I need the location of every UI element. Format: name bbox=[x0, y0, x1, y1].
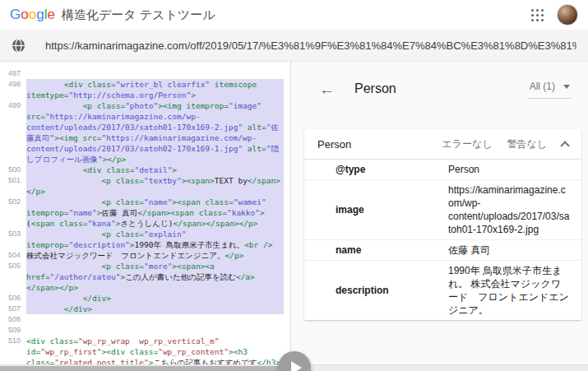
property-key: name bbox=[304, 244, 448, 256]
property-value: 佐藤 真司 bbox=[448, 243, 581, 257]
line-number: 510 bbox=[0, 336, 26, 364]
line-number: 498 bbox=[0, 79, 26, 100]
code-text: <div class="writer_bl clearfix" itemscop… bbox=[26, 79, 284, 100]
code-text: <p class="photo"><img itemprop="image" s… bbox=[26, 100, 284, 165]
line-number: 505 bbox=[0, 261, 26, 293]
code-text: <p class="textby"><span>TEXT by</span></… bbox=[26, 175, 284, 197]
code-line: 499 <p class="photo"><img itemprop="imag… bbox=[0, 100, 284, 165]
property-key: @type bbox=[304, 164, 448, 175]
avatar[interactable] bbox=[557, 4, 578, 26]
person-card: Person エラーなし 警告なし @typePersonimagehttps:… bbox=[304, 129, 581, 320]
google-logo: Google bbox=[10, 7, 55, 23]
h-scrollbar-thumb[interactable] bbox=[0, 366, 296, 371]
code-text bbox=[26, 314, 284, 325]
line-number: 502 bbox=[0, 197, 26, 229]
line-number: 501 bbox=[0, 175, 26, 197]
code-text bbox=[26, 68, 284, 79]
property-value: https://kaminarimagazine.com/wp-content/… bbox=[448, 183, 581, 236]
property-key: image bbox=[304, 204, 448, 216]
main-content: 497498 <div class="writer_bl clearfix" i… bbox=[0, 62, 588, 364]
result-title: Person bbox=[354, 81, 528, 96]
code-text: <p class="explain" itemprop="description… bbox=[26, 229, 284, 250]
code-line: 505 <p class="more"><span><a href="/auth… bbox=[0, 261, 284, 293]
code-text: <div class="wp_rp_wrap wp_rp_vertical_m"… bbox=[26, 336, 284, 364]
line-number: 508 bbox=[0, 314, 26, 325]
property-value: Person bbox=[448, 163, 581, 176]
line-number: 503 bbox=[0, 229, 26, 250]
property-row[interactable]: name佐藤 真司 bbox=[304, 240, 581, 261]
code-text: </div> bbox=[26, 304, 284, 314]
property-row[interactable]: imagehttps://kaminarimagazine.com/wp-con… bbox=[304, 180, 581, 240]
code-line: 506 </div> bbox=[0, 293, 284, 304]
line-number: 504 bbox=[0, 250, 26, 261]
code-text: <div class="detail"> bbox=[26, 165, 284, 175]
code-line: 504株式会社マジックワード フロントエンドエンジニア。</p> bbox=[0, 250, 284, 261]
code-text bbox=[26, 325, 284, 336]
globe-icon bbox=[12, 39, 25, 53]
code-panel: 497498 <div class="writer_bl clearfix" i… bbox=[0, 62, 290, 364]
caret-down-icon bbox=[563, 85, 570, 89]
line-number: 497 bbox=[0, 68, 26, 79]
property-table: @typePersonimagehttps://kaminarimagazine… bbox=[304, 160, 581, 320]
code-line: 497 bbox=[0, 68, 284, 79]
play-icon bbox=[291, 361, 302, 371]
code-line: 509 bbox=[0, 325, 284, 336]
type-filter-dropdown[interactable]: All (1) bbox=[528, 79, 572, 99]
collapse-chevron-icon[interactable] bbox=[560, 141, 569, 150]
code-line: 502 <p class="name"><span class="wamei" … bbox=[0, 197, 284, 229]
code-text: <p class="name"><span class="wamei" item… bbox=[26, 197, 284, 229]
result-header: ← Person All (1) bbox=[319, 77, 572, 101]
property-key: description bbox=[304, 285, 448, 296]
line-number: 499 bbox=[0, 100, 26, 165]
filter-label: All (1) bbox=[530, 81, 555, 92]
code-line: 500 <div class="detail"> bbox=[0, 165, 284, 175]
result-panel: ← Person All (1) Person エラーなし 警告なし @type… bbox=[291, 62, 588, 364]
property-row[interactable]: description1990年 鳥取県米子市生まれ。 株式会社マジックワード … bbox=[304, 261, 581, 320]
apps-grid-icon[interactable] bbox=[531, 9, 544, 21]
code-text: <p class="more"><span><a href="/author/s… bbox=[26, 261, 284, 293]
app-title: 構造化データ テストツール bbox=[62, 7, 215, 23]
code-text: </div> bbox=[26, 293, 284, 304]
code-line: 503 <p class="explain" itemprop="descrip… bbox=[0, 229, 284, 250]
line-number: 507 bbox=[0, 304, 26, 314]
code-line: 508 bbox=[0, 314, 284, 325]
no-errors-label: エラーなし bbox=[442, 137, 492, 151]
code-line: 507 </div> bbox=[0, 304, 284, 314]
card-title: Person bbox=[317, 138, 442, 151]
code-text: 株式会社マジックワード フロントエンドエンジニア。</p> bbox=[26, 250, 284, 261]
property-value: 1990年 鳥取県米子市生まれ。 株式会社マジックワード フロントエンドエンジニ… bbox=[448, 264, 581, 317]
no-warnings-label: 警告なし bbox=[507, 137, 547, 151]
property-row[interactable]: @typePerson bbox=[304, 160, 581, 180]
card-header[interactable]: Person エラーなし 警告なし bbox=[304, 129, 581, 160]
tested-url[interactable]: https://kaminarimagazine.com/off/2019/05… bbox=[45, 39, 576, 52]
back-arrow-icon[interactable]: ← bbox=[319, 81, 335, 97]
code-line: 501 <p class="textby"><span>TEXT by</spa… bbox=[0, 175, 284, 197]
line-number: 509 bbox=[0, 325, 26, 336]
line-number: 506 bbox=[0, 293, 26, 304]
line-number: 500 bbox=[0, 165, 26, 175]
url-bar: https://kaminarimagazine.com/off/2019/05… bbox=[0, 30, 588, 62]
code-line: 498 <div class="writer_bl clearfix" item… bbox=[0, 79, 284, 100]
code-rows: 497498 <div class="writer_bl clearfix" i… bbox=[0, 62, 290, 364]
code-line: 510<div class="wp_rp_wrap wp_rp_vertical… bbox=[0, 336, 284, 364]
app-header: Google 構造化データ テストツール bbox=[0, 0, 588, 30]
